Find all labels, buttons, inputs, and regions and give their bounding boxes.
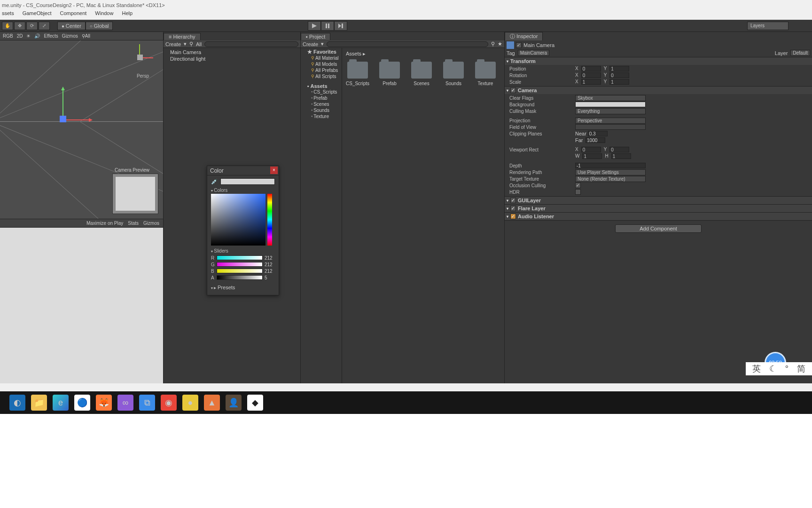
folder[interactable]: Texture: [474, 62, 497, 86]
menu-gameobject[interactable]: GameObject: [23, 10, 52, 20]
folder[interactable]: Scenes: [410, 62, 433, 86]
color-picker[interactable]: Color × 💉 Colors Sliders R212 G212 B212 …: [207, 166, 279, 295]
close-icon[interactable]: ×: [270, 167, 278, 174]
layer-dropdown[interactable]: Default: [790, 50, 810, 56]
pivot-global[interactable]: ○ Global: [86, 22, 113, 30]
play-button[interactable]: [308, 21, 321, 31]
game-gizmos[interactable]: Gizmos: [143, 221, 159, 226]
vr-x[interactable]: 0: [581, 147, 601, 152]
orientation-gizmo[interactable]: [125, 44, 154, 72]
rot-y[interactable]: 0: [609, 72, 629, 78]
folder[interactable]: CS_Scripts: [346, 62, 369, 86]
rot-x[interactable]: 0: [581, 72, 601, 78]
hierarchy-search[interactable]: [204, 41, 298, 47]
tree-folder[interactable]: Prefab: [301, 95, 342, 101]
taskbar-edge[interactable]: e: [53, 395, 69, 411]
transform-header[interactable]: Transform: [505, 57, 812, 65]
eyedropper-icon[interactable]: 💉: [211, 179, 218, 185]
sliders-section[interactable]: Sliders: [211, 248, 275, 254]
hierarchy-item[interactable]: Main Camera: [166, 49, 297, 56]
menu-component[interactable]: Component: [60, 10, 86, 20]
hierarchy-item[interactable]: Directional light: [166, 56, 297, 62]
presets-section[interactable]: ▸ Presets: [211, 285, 275, 290]
2d-toggle[interactable]: 2D: [17, 33, 23, 39]
move-handle-x[interactable]: [63, 119, 92, 120]
folder[interactable]: Sounds: [442, 62, 465, 86]
render-mode[interactable]: RGB: [3, 33, 13, 39]
taskbar-app3[interactable]: ●: [182, 395, 198, 411]
tag-dropdown[interactable]: MainCamera: [518, 50, 549, 56]
rotate-tool[interactable]: ⟳: [26, 22, 38, 30]
r-slider[interactable]: [217, 255, 263, 260]
sv-picker[interactable]: [211, 194, 265, 246]
scale-tool[interactable]: ⤢: [39, 22, 50, 30]
depth-field[interactable]: -1: [575, 163, 646, 168]
hand-tool[interactable]: ✋: [2, 22, 13, 30]
b-slider[interactable]: [217, 269, 263, 273]
favorite-icon[interactable]: ★: [498, 41, 502, 47]
fov-slider[interactable]: [575, 124, 646, 130]
taskbar-unity[interactable]: ◆: [247, 395, 263, 411]
ime-bar[interactable]: 英☾°简: [746, 362, 812, 375]
near-field[interactable]: 0.3: [588, 131, 608, 136]
camera-header[interactable]: ✓Camera: [505, 87, 812, 94]
project-tab[interactable]: ▪ Project: [301, 33, 330, 40]
tree-folder[interactable]: Sounds: [301, 107, 342, 113]
vr-y[interactable]: 0: [609, 147, 629, 152]
breadcrumb[interactable]: Assets ▸: [344, 50, 502, 58]
menu-assets[interactable]: ssets: [2, 10, 14, 20]
add-component-button[interactable]: Add Component: [615, 224, 702, 233]
fav-item[interactable]: All Models: [301, 61, 342, 67]
taskbar-app2[interactable]: ◉: [161, 395, 177, 411]
light-icon[interactable]: ☀: [26, 33, 31, 39]
audiolistener-header[interactable]: ✓Audio Listener: [505, 213, 812, 220]
taskbar-firefox[interactable]: 🦊: [96, 395, 112, 411]
move-handle-center[interactable]: [60, 116, 66, 122]
assets-header[interactable]: ▪ Assets: [301, 83, 342, 89]
fav-item[interactable]: All Prefabs: [301, 67, 342, 73]
move-tool[interactable]: ✥: [14, 22, 25, 30]
clearflags-dropdown[interactable]: Skybox: [575, 95, 646, 101]
scl-x[interactable]: 1: [581, 79, 601, 85]
taskbar-app[interactable]: ◐: [9, 395, 25, 411]
stats-toggle[interactable]: Stats: [128, 221, 139, 226]
hdr-checkbox[interactable]: [575, 189, 581, 195]
step-button[interactable]: [334, 21, 347, 31]
taskbar-app4[interactable]: ▲: [204, 395, 220, 411]
g-slider[interactable]: [217, 262, 263, 267]
fav-item[interactable]: All Scripts: [301, 73, 342, 79]
hue-slider[interactable]: [267, 194, 272, 246]
maximize-toggle[interactable]: Maximize on Play: [86, 221, 123, 226]
folder[interactable]: Prefab: [378, 62, 401, 86]
active-checkbox[interactable]: ✓: [516, 42, 522, 48]
object-name[interactable]: Main Camera: [523, 42, 554, 48]
vr-w[interactable]: 1: [582, 153, 602, 159]
guilayer-header[interactable]: ✓GUILayer: [505, 197, 812, 204]
pos-y[interactable]: 1: [609, 66, 629, 71]
pivot-center[interactable]: ● Center: [57, 22, 86, 30]
taskbar-chrome[interactable]: 🔵: [74, 395, 90, 411]
favorites-header[interactable]: ★ Favorites: [301, 49, 342, 55]
scene-search[interactable]: ⚲All: [82, 33, 90, 39]
project-search[interactable]: [327, 41, 488, 47]
a-slider[interactable]: [217, 275, 263, 280]
projection-dropdown[interactable]: Perspective: [575, 118, 646, 124]
gizmos[interactable]: Gizmos: [62, 33, 78, 39]
move-handle-y[interactable]: [62, 87, 63, 116]
inspector-tab[interactable]: ⓘ Inspector: [505, 32, 543, 40]
effects[interactable]: Effects: [44, 33, 58, 39]
occ-checkbox[interactable]: ✓: [575, 183, 581, 188]
menu-window[interactable]: Window: [95, 10, 113, 20]
layers-dropdown[interactable]: Layers: [747, 22, 789, 30]
hierarchy-tab[interactable]: ≡ Hierarchy: [164, 33, 201, 40]
colors-section[interactable]: Colors: [211, 188, 275, 193]
color-title[interactable]: Color: [207, 166, 279, 175]
flarelayer-header[interactable]: ✓Flare Layer: [505, 205, 812, 212]
menu-help[interactable]: Help: [122, 10, 133, 20]
project-create[interactable]: Create: [303, 41, 318, 47]
fav-item[interactable]: All Material: [301, 55, 342, 61]
tree-folder[interactable]: Scenes: [301, 101, 342, 107]
cullmask-dropdown[interactable]: Everything: [575, 108, 646, 114]
far-field[interactable]: 1000: [586, 137, 605, 143]
pause-button[interactable]: [321, 21, 334, 31]
